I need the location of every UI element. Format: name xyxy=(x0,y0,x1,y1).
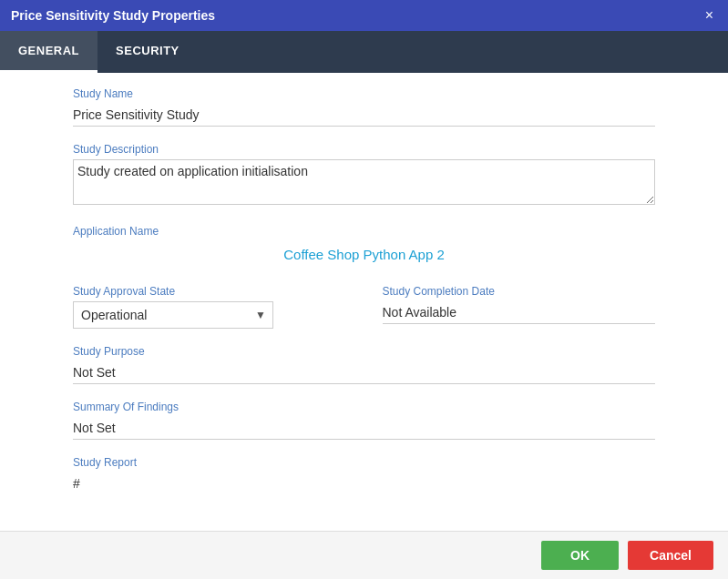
study-report-group: Study Report # xyxy=(73,456,655,494)
approval-completion-row: Study Approval State Operational Draft A… xyxy=(73,285,655,329)
tab-general[interactable]: GENERAL xyxy=(0,31,97,73)
cancel-button[interactable]: Cancel xyxy=(628,541,713,570)
close-button[interactable]: × xyxy=(702,6,717,25)
application-name-link[interactable]: Coffee Shop Python App 2 xyxy=(73,241,655,269)
study-description-group: Study Description Study created on appli… xyxy=(73,143,655,208)
summary-findings-group: Summary Of Findings xyxy=(73,401,655,440)
study-completion-date-value: Not Available xyxy=(383,301,656,324)
tab-security[interactable]: SECURITY xyxy=(97,31,198,73)
summary-of-findings-label: Summary Of Findings xyxy=(73,401,655,413)
study-purpose-label: Study Purpose xyxy=(73,345,655,358)
study-name-label: Study Name xyxy=(73,87,655,100)
study-name-input[interactable] xyxy=(73,104,655,127)
approval-state-col: Study Approval State Operational Draft A… xyxy=(73,285,346,329)
approval-state-wrapper: Operational Draft Approved Archived ▼ xyxy=(73,301,273,329)
study-purpose-group: Study Purpose xyxy=(73,345,655,384)
dialog-body: Study Name Study Description Study creat… xyxy=(0,73,728,531)
study-approval-state-select[interactable]: Operational Draft Approved Archived xyxy=(73,301,273,329)
study-report-value: # xyxy=(73,472,655,494)
study-description-textarea[interactable]: Study created on application initialisat… xyxy=(73,159,655,205)
dialog-title: Price Sensitivity Study Properties xyxy=(11,8,215,23)
dialog-titlebar: Price Sensitivity Study Properties × xyxy=(0,0,728,31)
application-name-label: Application Name xyxy=(73,225,655,238)
study-name-group: Study Name xyxy=(73,87,655,127)
study-report-label: Study Report xyxy=(73,456,655,469)
summary-of-findings-input[interactable] xyxy=(73,417,655,440)
study-approval-state-label: Study Approval State xyxy=(73,285,346,298)
dialog-footer: OK Cancel xyxy=(0,531,728,579)
ok-button[interactable]: OK xyxy=(541,541,619,570)
study-completion-date-label: Study Completion Date xyxy=(383,285,656,298)
study-description-label: Study Description xyxy=(73,143,655,156)
application-name-group: Application Name Coffee Shop Python App … xyxy=(73,225,655,269)
dialog-tabs: GENERAL SECURITY xyxy=(0,31,728,73)
dialog: Price Sensitivity Study Properties × GEN… xyxy=(0,0,728,579)
study-purpose-input[interactable] xyxy=(73,361,655,384)
completion-date-col: Study Completion Date Not Available xyxy=(383,285,656,329)
